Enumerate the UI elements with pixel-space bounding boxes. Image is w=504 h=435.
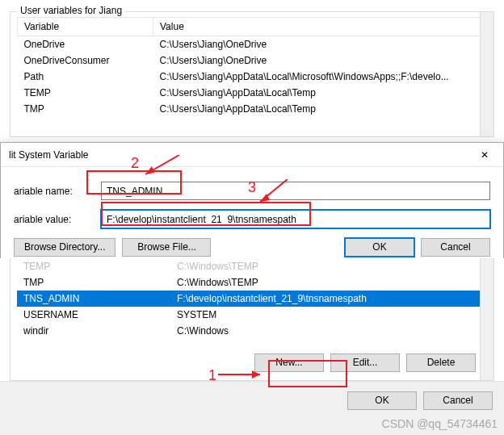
variable-value-label: ariable value:	[14, 214, 101, 225]
main-ok-button[interactable]: OK	[347, 391, 417, 410]
main-cancel-button[interactable]: Cancel	[423, 391, 493, 410]
ok-button[interactable]: OK	[345, 238, 414, 257]
variable-name-input[interactable]	[101, 182, 490, 200]
system-vars-panel: TEMPC:\Windows\TEMP TMPC:\Windows\TEMP T…	[0, 258, 504, 420]
dialog-title: lit System Variable	[9, 149, 88, 161]
browse-directory-button[interactable]: Browse Directory...	[14, 238, 116, 257]
variable-value-input[interactable]	[101, 210, 490, 228]
titlebar[interactable]: lit System Variable ✕	[1, 143, 503, 167]
col-value[interactable]: Value	[153, 18, 487, 36]
delete-button[interactable]: Delete	[406, 353, 476, 372]
scrollbar[interactable]	[480, 258, 494, 380]
new-button[interactable]: New...	[254, 353, 324, 372]
user-vars-title: User variables for Jiang	[17, 5, 125, 16]
table-row[interactable]: OneDriveConsumerC:\Users\Jiang\OneDrive	[18, 52, 487, 69]
cancel-button[interactable]: Cancel	[421, 238, 490, 257]
system-vars-table[interactable]: TEMPC:\Windows\TEMP TMPC:\Windows\TEMP T…	[17, 258, 487, 339]
scrollbar[interactable]	[480, 12, 494, 136]
close-button[interactable]: ✕	[466, 143, 503, 167]
edit-variable-dialog: lit System Variable ✕ ariable name: aria…	[0, 142, 504, 269]
edit-button[interactable]: Edit...	[330, 353, 400, 372]
table-row[interactable]: TEMPC:\Users\Jiang\AppData\Local\Temp	[18, 85, 487, 101]
table-row[interactable]: TMPC:\Users\Jiang\AppData\Local\Temp	[18, 101, 487, 117]
browse-file-button[interactable]: Browse File...	[122, 238, 211, 257]
table-row[interactable]: TEMPC:\Windows\TEMP	[17, 258, 487, 274]
table-row[interactable]: TNS_ADMINF:\develop\instantclient_21_9\t…	[17, 291, 487, 307]
close-icon: ✕	[481, 149, 489, 161]
col-variable[interactable]: Variable	[18, 18, 153, 36]
table-row[interactable]: windirC:\Windows	[17, 323, 487, 339]
user-vars-group: User variables for Jiang Variable Value …	[10, 11, 494, 137]
variable-name-label: ariable name:	[14, 186, 101, 197]
table-row[interactable]: USERNAMESYSTEM	[17, 307, 487, 323]
table-row[interactable]: PathC:\Users\Jiang\AppData\Local\Microso…	[18, 69, 487, 85]
main-footer: OK Cancel	[0, 381, 504, 420]
table-row[interactable]: TMPC:\Windows\TEMP	[17, 274, 487, 291]
user-vars-table[interactable]: Variable Value OneDriveC:\Users\Jiang\On…	[17, 17, 487, 117]
table-row[interactable]: OneDriveC:\Users\Jiang\OneDrive	[18, 36, 487, 53]
